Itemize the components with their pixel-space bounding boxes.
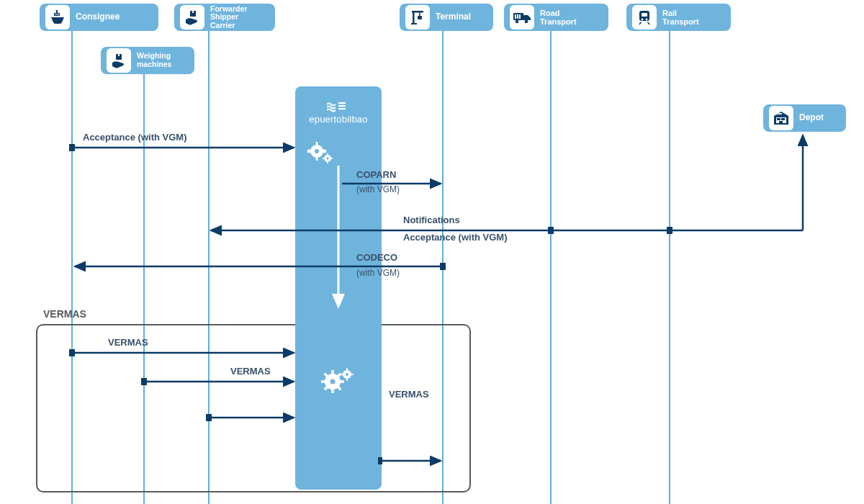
actor-road-label: Road Transport: [540, 9, 577, 26]
svg-rect-6: [58, 14, 59, 15]
warehouse-icon: STORAGE: [769, 106, 793, 130]
actor-weighing: Weighing machines: [101, 47, 194, 74]
svg-rect-21: [642, 13, 647, 17]
actor-rail-label: Rail Transport: [662, 9, 699, 26]
actor-depot: STORAGE Depot: [763, 104, 846, 132]
svg-rect-19: [519, 14, 521, 19]
svg-rect-8: [192, 11, 194, 13]
actor-weighing-label: Weighing machines: [137, 52, 171, 68]
msg-vermas2-label: VERMAS: [230, 366, 271, 377]
actor-forwarder: Forwarder Shipper Carrier: [174, 4, 275, 31]
svg-rect-0: [338, 102, 346, 104]
actor-rail: Rail Transport: [626, 4, 731, 31]
crane-icon: [405, 5, 430, 30]
svg-rect-3: [56, 10, 58, 13]
svg-point-22: [642, 19, 644, 21]
actor-terminal-label: Terminal: [436, 12, 471, 22]
svg-rect-2: [338, 108, 346, 109]
central-hub-logo: epuertobilbao: [295, 101, 382, 125]
actor-forwarder-label: Forwarder Shipper Carrier: [210, 5, 247, 30]
svg-rect-5: [55, 14, 57, 15]
actor-consignee-label: Consignee: [76, 12, 120, 22]
msg-acceptance2-label: Acceptance (with VGM): [403, 232, 507, 243]
svg-rect-29: [779, 121, 783, 123]
svg-rect-10: [413, 12, 415, 24]
svg-rect-13: [411, 23, 417, 24]
vermas-group-frame: [36, 324, 471, 492]
msg-codeco-sub: (with VGM): [356, 268, 400, 278]
vermas-group-title: VERMAS: [43, 308, 86, 320]
svg-rect-18: [517, 14, 518, 19]
msg-vermas1-label: VERMAS: [108, 337, 148, 348]
scale-icon: [107, 48, 131, 73]
central-hub: epuertobilbao: [295, 86, 382, 490]
msg-vermas-out-label: VERMAS: [389, 389, 429, 400]
svg-rect-25: [118, 54, 120, 56]
svg-point-15: [516, 20, 519, 24]
msg-notifications-label: Notifications: [403, 215, 460, 225]
svg-rect-27: [777, 118, 780, 120]
train-icon: [632, 5, 657, 30]
truck-icon: [510, 5, 534, 30]
ship-icon: [45, 5, 70, 30]
actor-depot-label: Depot: [799, 113, 824, 122]
msg-codeco-label: CODECO: [356, 252, 397, 263]
central-hub-label: epuertobilbao: [295, 114, 382, 125]
svg-text:STORAGE: STORAGE: [777, 113, 785, 114]
msg-coparn-label: COPARN: [356, 169, 396, 180]
svg-point-23: [646, 19, 648, 21]
actor-consignee: Consignee: [40, 4, 158, 31]
svg-rect-12: [418, 16, 422, 19]
msg-acceptance-label: Acceptance (with VGM): [83, 132, 186, 143]
svg-rect-1: [338, 105, 346, 107]
svg-rect-4: [54, 13, 60, 16]
msg-coparn-sub: (with VGM): [356, 184, 400, 194]
svg-rect-17: [515, 14, 516, 19]
hand-box-icon: [180, 5, 204, 30]
wave-icon: [327, 102, 347, 112]
lifeline-road: [550, 31, 552, 504]
svg-rect-11: [419, 12, 420, 16]
actor-terminal: Terminal: [400, 4, 493, 31]
actor-road: Road Transport: [504, 4, 608, 31]
svg-point-16: [525, 20, 528, 24]
lifeline-rail: [669, 31, 670, 504]
svg-rect-28: [781, 118, 785, 120]
